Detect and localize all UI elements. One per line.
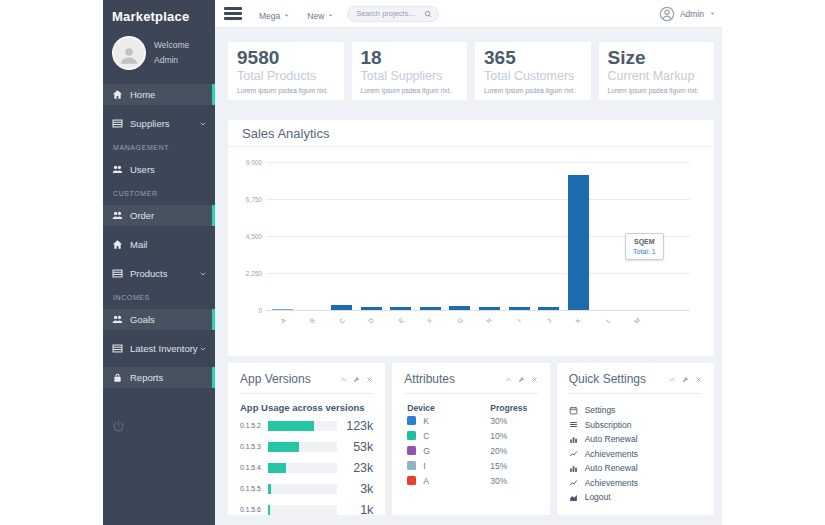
- panel-settings-icon[interactable]: [518, 376, 525, 383]
- panel-close-icon[interactable]: [531, 376, 538, 383]
- panel-collapse-icon[interactable]: [340, 376, 347, 383]
- chart-bar-d[interactable]: [361, 307, 382, 310]
- person-icon: [119, 45, 139, 65]
- chart-bar-h[interactable]: [479, 307, 500, 310]
- stat-card-total-customers: 365Total CustomersLorem ipsum psdea itgu…: [475, 42, 591, 100]
- x-axis-label: H: [485, 316, 493, 324]
- sidebar-item-label: Users: [130, 164, 155, 175]
- topbar-menu-new[interactable]: New: [307, 11, 334, 21]
- quick-setting-auto-renewal[interactable]: Auto Renewal: [569, 432, 702, 447]
- chart-bar-j[interactable]: [538, 307, 559, 310]
- quick-setting-label: Subscription: [585, 420, 632, 430]
- stat-label: Current Markup: [608, 69, 706, 84]
- home-icon: [112, 239, 123, 250]
- sales-analytics-title: Sales Analytics: [242, 126, 329, 141]
- quick-setting-subscription[interactable]: Subscription: [569, 418, 702, 433]
- sidebar-item-latest-inventory[interactable]: Latest Inventory: [103, 338, 215, 359]
- quick-setting-logout[interactable]: Logout: [569, 490, 702, 505]
- quick-setting-settings[interactable]: Settings: [569, 403, 702, 418]
- sidebar-item-goals[interactable]: Goals: [103, 309, 215, 330]
- user-menu[interactable]: Admin: [659, 6, 722, 22]
- search-box: [347, 6, 439, 22]
- x-axis-label: A: [279, 316, 287, 324]
- stat-caption: Lorem ipsum psdea itgum rixt.: [361, 86, 459, 95]
- quick-setting-achievements[interactable]: Achievements: [569, 476, 702, 491]
- panel-collapse-icon[interactable]: [505, 376, 512, 383]
- panel-close-icon[interactable]: [366, 376, 373, 383]
- sidebar-item-suppliers[interactable]: Suppliers: [103, 113, 215, 134]
- quick-setting-achievements[interactable]: Achievements: [569, 447, 702, 462]
- x-axis-label: E: [397, 316, 405, 324]
- chart-bar-g[interactable]: [449, 306, 470, 310]
- attributes-col-device: Device: [404, 403, 490, 413]
- chart-bar-slot: C: [327, 162, 357, 310]
- app-versions-title: App Versions: [240, 372, 311, 386]
- sidebar-item-home[interactable]: Home: [103, 84, 215, 105]
- panel-controls: [669, 376, 702, 383]
- stat-cards-row: 9580Total ProductsLorem ipsum psdea itgu…: [228, 42, 714, 100]
- usage-bar-track: [268, 442, 337, 452]
- version-label: 0.1.5.5: [240, 485, 268, 492]
- search-input[interactable]: [354, 8, 424, 19]
- topbar: MegaNew Admin: [215, 0, 722, 28]
- attribute-row: G20%: [404, 443, 537, 458]
- stat-label: Total Suppliers: [361, 69, 459, 84]
- topbar-menu-mega[interactable]: Mega: [259, 11, 290, 21]
- attribute-row: A30%: [404, 473, 537, 488]
- device-progress: 30%: [490, 416, 537, 426]
- sidebar-item-label: Products: [130, 268, 168, 279]
- stat-card-total-products: 9580Total ProductsLorem ipsum psdea itgu…: [228, 42, 344, 100]
- sidebar-item-label: Reports: [130, 372, 163, 383]
- sidebar-item-users[interactable]: Users: [103, 159, 215, 180]
- power-icon[interactable]: [112, 419, 125, 432]
- panel-settings-icon[interactable]: [353, 376, 360, 383]
- welcome-text: Welcome: [154, 38, 189, 53]
- device-color-swatch: [407, 431, 416, 440]
- stat-card-current-markup: SizeCurrent MarkupLorem ipsum psdea itgu…: [599, 42, 715, 100]
- usage-bar-fill: [268, 505, 270, 515]
- menu-toggle-icon[interactable]: [224, 5, 242, 23]
- x-axis-label: L: [604, 317, 612, 325]
- quick-settings-list: SettingsSubscriptionAuto RenewalAchievem…: [569, 403, 702, 505]
- chart-bar-slot: H: [475, 162, 505, 310]
- chart-tooltip: SQEM Total: 1: [625, 233, 664, 260]
- chart-bar-f[interactable]: [420, 307, 441, 310]
- menu-label: New: [307, 11, 324, 21]
- chart-bar-a[interactable]: [272, 309, 293, 310]
- y-axis-tick: 9,000: [230, 159, 262, 166]
- chevron-down-icon: [709, 10, 716, 17]
- chart-bar-i[interactable]: [509, 307, 530, 310]
- sidebar-item-mail[interactable]: Mail: [103, 234, 215, 255]
- sales-analytics-panel: Sales Analytics 9,0006,7504,5002,2500 AB…: [228, 120, 714, 356]
- app-version-rows: 0.1.5.2123k0.1.5.353k0.1.5.423k0.1.5.53k…: [240, 415, 373, 515]
- chart-bar-k[interactable]: [568, 175, 589, 310]
- sidebar-item-order[interactable]: Order: [103, 205, 215, 226]
- sidebar-item-products[interactable]: Products: [103, 263, 215, 284]
- panel-collapse-icon[interactable]: [669, 376, 676, 383]
- attribute-row: I15%: [404, 458, 537, 473]
- y-axis-tick: 4,500: [230, 233, 262, 240]
- usage-bar-fill: [268, 484, 271, 494]
- stat-label: Total Products: [237, 69, 335, 84]
- chart-gridline: [266, 310, 690, 311]
- chevron-down-icon: [327, 12, 334, 19]
- chart-bar-c[interactable]: [331, 305, 352, 310]
- panel-settings-icon[interactable]: [682, 376, 689, 383]
- app-brand: Marketplace: [103, 0, 215, 30]
- chart-bar-e[interactable]: [390, 307, 411, 310]
- sidebar-item-label: Home: [130, 89, 155, 100]
- device-progress: 10%: [490, 431, 537, 441]
- app-versions-panel: App Versions App Usage across versions 0…: [228, 363, 385, 515]
- tooltip-value: Total: 1: [633, 248, 656, 255]
- chart-bar-slot: D: [357, 162, 387, 310]
- stat-card-total-suppliers: 18Total SuppliersLorem ipsum psdea itgum…: [352, 42, 468, 100]
- search-icon[interactable]: [424, 10, 432, 18]
- device-label: A: [423, 476, 429, 486]
- version-label: 0.1.5.4: [240, 464, 268, 471]
- sidebar-item-label: Goals: [130, 314, 155, 325]
- attribute-row: C10%: [404, 428, 537, 443]
- panel-close-icon[interactable]: [695, 376, 702, 383]
- sidebar-item-reports[interactable]: Reports: [103, 367, 215, 388]
- quick-setting-auto-renewal[interactable]: Auto Renewal: [569, 461, 702, 476]
- stat-value: Size: [608, 47, 706, 69]
